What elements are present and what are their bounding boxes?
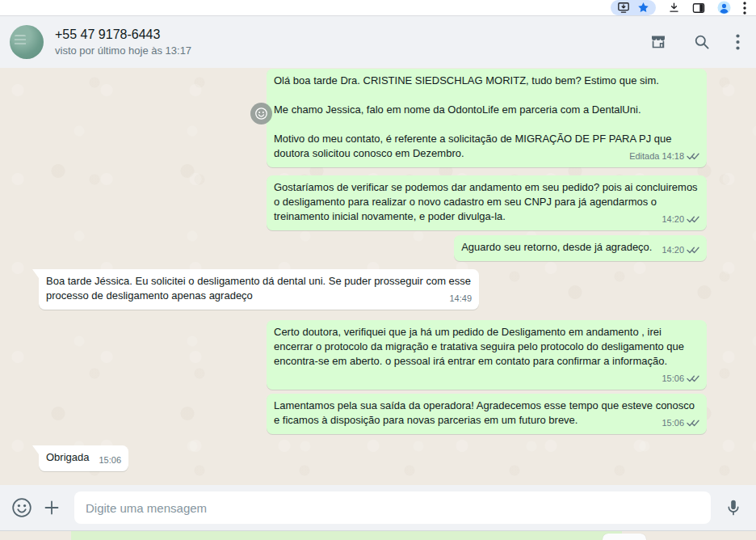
bubble-tail (32, 269, 39, 278)
delivered-ticks-icon (687, 215, 699, 224)
bottom-partial-element (603, 534, 646, 540)
delivered-ticks-icon (687, 152, 699, 161)
message-row: Olá boa tarde Dra. CRISTINE SIEDSCHLAG M… (0, 69, 756, 167)
message-meta: 14:49 (449, 294, 472, 303)
message-time: 14:18 (662, 152, 684, 161)
delivered-ticks-icon (687, 246, 699, 255)
react-emoji-button[interactable] (250, 103, 272, 124)
browser-menu-icon[interactable] (743, 2, 746, 15)
contact-avatar[interactable] (10, 25, 44, 59)
bookmark-star-icon[interactable] (637, 2, 649, 14)
message-text: Boa tarde Jéssica. Eu solicitei o deslig… (46, 275, 471, 302)
chat-header: +55 47 9178-6443 visto por último hoje à… (0, 16, 756, 68)
message-row: Gostaríamos de verificar se podemos dar … (0, 175, 756, 230)
attach-plus-icon[interactable] (42, 498, 61, 517)
install-app-icon[interactable] (617, 2, 630, 14)
message-text: Aguardo seu retorno, desde já agradeço. (461, 241, 652, 253)
bubble-tail (32, 445, 39, 454)
message-time: 14:20 (662, 215, 684, 224)
last-seen-status: visto por último hoje às 13:17 (55, 44, 649, 57)
outgoing-message-bubble[interactable]: Gostaríamos de verificar se podemos dar … (267, 175, 707, 230)
outgoing-message-bubble[interactable]: Aguardo seu retorno, desde já agradeço. … (454, 235, 707, 261)
outgoing-message-bubble[interactable]: Certo doutora, verifiquei que ja há um p… (267, 320, 707, 390)
contact-name: +55 47 9178-6443 (55, 27, 649, 42)
message-row: Aguardo seu retorno, desde já agradeço. … (0, 235, 756, 261)
message-text: Olá boa tarde Dra. CRISTINE SIEDSCHLAG M… (274, 74, 699, 88)
side-panel-icon[interactable] (692, 2, 705, 14)
outgoing-message-bubble[interactable]: Olá boa tarde Dra. CRISTINE SIEDSCHLAG M… (267, 69, 707, 167)
message-list[interactable]: Olá boa tarde Dra. CRISTINE SIEDSCHLAG M… (0, 68, 756, 485)
message-text: Me chamo Jessica, falo em nome da Odonto… (274, 103, 699, 117)
message-meta: Editada 14:18 (629, 152, 699, 161)
message-row: Lamentamos pela sua saída da operadora! … (0, 394, 756, 434)
whatsapp-web-window: +55 47 9178-6443 visto por último hoje à… (0, 0, 756, 540)
message-row: Boa tarde Jéssica. Eu solicitei o deslig… (0, 269, 756, 310)
message-text: Obrigada (46, 451, 89, 463)
message-text: Lamentamos pela sua saída da operadora! … (274, 399, 695, 426)
kebab-menu-icon[interactable] (736, 34, 740, 50)
contact-info[interactable]: +55 47 9178-6443 visto por último hoje à… (55, 27, 649, 57)
message-input[interactable] (74, 491, 711, 524)
delivered-ticks-icon (687, 419, 699, 428)
storefront-icon[interactable] (649, 32, 668, 52)
bottom-partial-message-row (0, 531, 756, 540)
emoji-icon[interactable] (11, 497, 32, 518)
edited-label: Editada (629, 152, 659, 161)
message-composer (0, 485, 756, 531)
browser-profile-icon[interactable] (717, 1, 731, 15)
message-text: Motivo do meu contato, é referente a sol… (274, 133, 672, 159)
message-meta: 15:06 (662, 374, 699, 383)
browser-toolbar (0, 0, 756, 16)
address-bar-actions (611, 0, 656, 15)
message-time: 15:06 (99, 456, 121, 465)
smiley-icon (254, 107, 268, 120)
message-time: 14:20 (662, 246, 684, 255)
message-time: 15:06 (662, 419, 684, 428)
download-icon[interactable] (668, 2, 680, 14)
incoming-message-bubble[interactable]: Boa tarde Jéssica. Eu solicitei o deslig… (39, 269, 479, 310)
message-text: Gostaríamos de verificar se podemos dar … (274, 181, 698, 222)
message-meta: 14:20 (662, 215, 699, 224)
delivered-ticks-icon (687, 374, 699, 383)
message-time: 14:49 (449, 294, 472, 303)
header-actions (649, 32, 740, 52)
message-row: Obrigada 15:06 (0, 445, 756, 471)
bottom-partial-bubble (71, 531, 622, 540)
message-meta: 15:06 (662, 419, 699, 428)
search-icon[interactable] (692, 32, 712, 52)
mic-icon[interactable] (724, 498, 743, 517)
incoming-message-bubble[interactable]: Obrigada 15:06 (39, 445, 128, 471)
outgoing-message-bubble[interactable]: Lamentamos pela sua saída da operadora! … (267, 394, 707, 434)
message-meta: 15:06 (99, 456, 121, 465)
message-time: 15:06 (662, 374, 684, 383)
message-meta: 14:20 (662, 246, 699, 255)
message-row: Certo doutora, verifiquei que ja há um p… (0, 320, 756, 390)
message-text: Certo doutora, verifiquei que ja há um p… (274, 326, 684, 367)
